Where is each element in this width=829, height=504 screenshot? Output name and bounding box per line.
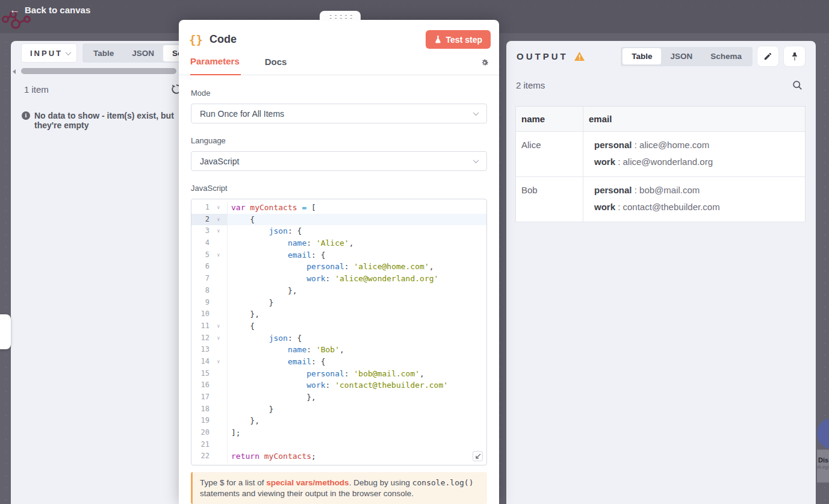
code-line-1[interactable]: 1∨var myContacts = [ bbox=[191, 202, 486, 214]
input-empty-message: No data to show - item(s) exist, but the… bbox=[34, 111, 174, 130]
email-entry: personal : bob@mail.com bbox=[594, 185, 805, 195]
code-line-13[interactable]: 13 name: 'Bob', bbox=[191, 344, 486, 356]
code-line-11[interactable]: 11∨ { bbox=[191, 320, 486, 332]
fold-spacer bbox=[212, 415, 225, 427]
code-editor[interactable]: 1∨var myContacts = [2∨ {3∨ json: {4 name… bbox=[191, 199, 487, 465]
line-number: 2 bbox=[191, 214, 212, 226]
code-line-4[interactable]: 4 name: 'Alice', bbox=[191, 237, 486, 249]
input-items-count: 1 item bbox=[24, 84, 49, 95]
email-entry: personal : alice@home.com bbox=[594, 140, 805, 150]
line-number: 18 bbox=[191, 403, 212, 415]
code-line-22[interactable]: 22return myContacts; bbox=[191, 450, 486, 462]
tab-table[interactable]: Table bbox=[84, 45, 123, 61]
line-number: 14 bbox=[191, 356, 212, 368]
column-header-name[interactable]: name bbox=[516, 107, 583, 132]
code-text: var myContacts = [ bbox=[228, 203, 316, 212]
line-number: 20 bbox=[191, 427, 212, 439]
modal-drag-handle[interactable] bbox=[320, 11, 361, 21]
node-settings-gear-icon[interactable] bbox=[480, 58, 489, 67]
drag-dots-icon bbox=[328, 14, 352, 19]
tab-schema[interactable]: Schema bbox=[701, 48, 751, 64]
chevron-down-icon bbox=[66, 49, 72, 55]
line-number: 6 bbox=[191, 261, 212, 273]
fold-chevron-icon[interactable]: ∨ bbox=[212, 249, 225, 261]
fold-spacer bbox=[212, 344, 225, 356]
code-text: work: 'alice@wonderland.org' bbox=[228, 274, 438, 283]
email-key: personal bbox=[594, 140, 632, 150]
fold-chevron-icon[interactable]: ∨ bbox=[212, 225, 225, 237]
code-line-21[interactable]: 21 bbox=[191, 439, 486, 451]
cell-name: Bob bbox=[516, 177, 583, 222]
mode-select[interactable]: Run Once for All Items bbox=[191, 104, 487, 123]
tab-table[interactable]: Table bbox=[623, 48, 661, 64]
code-line-8[interactable]: 8 }, bbox=[191, 285, 486, 297]
code-text: name: 'Bob', bbox=[228, 345, 344, 354]
flask-icon bbox=[434, 36, 442, 44]
code-line-20[interactable]: 20]; bbox=[191, 427, 486, 439]
fold-spacer bbox=[212, 368, 225, 380]
line-number: 12 bbox=[191, 332, 212, 344]
code-line-18[interactable]: 18 } bbox=[191, 403, 486, 415]
fold-chevron-icon[interactable]: ∨ bbox=[212, 332, 225, 344]
partial-node-subtext: dLega bbox=[817, 464, 829, 470]
input-selector-dropdown[interactable]: INPUT bbox=[21, 43, 77, 63]
table-row[interactable]: Alicepersonal : alice@home.comwork : ali… bbox=[516, 132, 806, 177]
fold-spacer bbox=[212, 261, 225, 273]
fold-spacer bbox=[212, 427, 225, 439]
fold-spacer bbox=[212, 403, 225, 415]
code-line-6[interactable]: 6 personal: 'alice@home.com', bbox=[191, 261, 486, 273]
editor-resize-handle-icon[interactable] bbox=[473, 451, 483, 461]
search-icon[interactable] bbox=[792, 80, 803, 90]
code-line-15[interactable]: 15 personal: 'bob@mail.com', bbox=[191, 368, 486, 380]
back-arrow-icon: ← bbox=[10, 5, 20, 15]
line-number: 15 bbox=[191, 368, 212, 380]
input-horizontal-scrollbar[interactable] bbox=[21, 68, 176, 74]
code-text: }, bbox=[228, 310, 259, 319]
tab-docs[interactable]: Docs bbox=[265, 57, 288, 75]
cell-email: personal : bob@mail.comwork : contact@th… bbox=[583, 177, 806, 222]
line-number: 7 bbox=[191, 273, 212, 285]
code-line-12[interactable]: 12∨ json: { bbox=[191, 332, 486, 344]
special-vars-link[interactable]: special vars/methods bbox=[266, 478, 349, 487]
fold-chevron-icon[interactable]: ∨ bbox=[212, 320, 225, 332]
hint-text: Type $ for a list of bbox=[200, 478, 266, 487]
code-text bbox=[228, 440, 231, 449]
mode-value: Run Once for All Items bbox=[200, 109, 474, 119]
tab-json[interactable]: JSON bbox=[661, 48, 701, 64]
code-line-10[interactable]: 10 }, bbox=[191, 308, 486, 320]
edit-output-button[interactable] bbox=[757, 46, 779, 67]
test-step-button[interactable]: Test step bbox=[426, 30, 491, 49]
code-line-17[interactable]: 17 }, bbox=[191, 391, 486, 403]
code-line-14[interactable]: 14∨ email: { bbox=[191, 356, 486, 368]
fold-chevron-icon[interactable]: ∨ bbox=[212, 202, 225, 214]
code-line-2[interactable]: 2∨ { bbox=[191, 214, 486, 226]
code-line-3[interactable]: 3∨ json: { bbox=[191, 225, 486, 237]
code-text: }, bbox=[228, 393, 316, 402]
code-line-16[interactable]: 16 work: 'contact@thebuilder.com' bbox=[191, 379, 486, 391]
code-text: personal: 'bob@mail.com', bbox=[228, 369, 424, 378]
line-number: 5 bbox=[191, 249, 212, 261]
fold-chevron-icon[interactable]: ∨ bbox=[212, 356, 225, 368]
code-line-7[interactable]: 7 work: 'alice@wonderland.org' bbox=[191, 273, 486, 285]
fold-spacer bbox=[212, 439, 225, 451]
code-line-9[interactable]: 9 } bbox=[191, 297, 486, 309]
column-header-email[interactable]: email bbox=[583, 107, 806, 132]
tab-json[interactable]: JSON bbox=[123, 45, 163, 61]
fold-chevron-icon[interactable]: ∨ bbox=[212, 214, 225, 226]
collapsed-panel-handle[interactable] bbox=[0, 314, 11, 349]
code-line-19[interactable]: 19 }, bbox=[191, 415, 486, 427]
fold-spacer bbox=[212, 379, 225, 391]
tab-parameters[interactable]: Parameters bbox=[190, 56, 241, 75]
pin-data-button[interactable] bbox=[783, 46, 806, 67]
input-panel-title: INPUT bbox=[30, 49, 63, 58]
back-to-canvas-label: Back to canvas bbox=[25, 5, 90, 15]
back-to-canvas-button[interactable]: ← Back to canvas bbox=[10, 5, 90, 15]
partial-canvas-node-icon bbox=[817, 418, 829, 449]
output-items-count: 2 items bbox=[516, 80, 545, 90]
code-line-5[interactable]: 5∨ email: { bbox=[191, 249, 486, 261]
scroll-left-arrow-icon bbox=[13, 69, 16, 74]
line-number: 16 bbox=[191, 379, 212, 391]
table-row[interactable]: Bobpersonal : bob@mail.comwork : contact… bbox=[516, 177, 806, 222]
code-text: name: 'Alice', bbox=[228, 238, 354, 247]
language-select[interactable]: JavaScript bbox=[191, 151, 487, 171]
